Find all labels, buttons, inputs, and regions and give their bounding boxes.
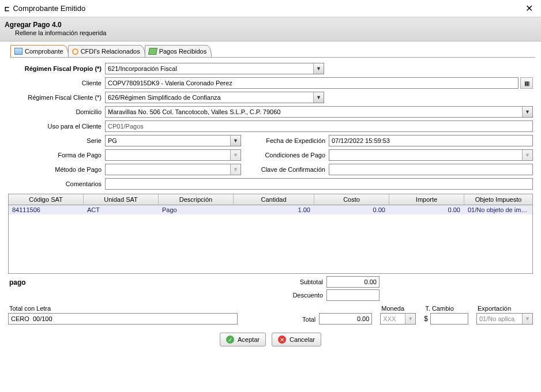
cell-costo: 0.00 [314,205,389,214]
label-domicilio: Domicilio [8,108,105,115]
label-regimen-propio: Régimen Fiscal Propio (*) [8,65,105,72]
regimen-cliente-select[interactable] [105,92,324,103]
uso-cliente-input [105,120,533,132]
descuento-input [326,289,380,301]
title-bar: ⊏ Comprobante Emitido ✕ [0,0,541,17]
label-cond-pago: Condiciones de Pago [253,152,329,159]
cliente-input[interactable] [105,77,519,89]
chevron-down-icon: ▼ [405,314,415,324]
label-total-letra: Total con Letra [8,305,268,312]
total-letra-input[interactable] [8,313,238,325]
tab-label: Comprobante [25,48,63,55]
label-serie: Serie [8,137,105,144]
label-uso-cliente: Uso para el Cliente [8,123,105,130]
metodo-pago-select [105,164,241,175]
chevron-down-icon: ▼ [522,150,532,160]
tab-comprobante[interactable]: Comprobante [10,45,69,57]
subtotal-input[interactable] [326,276,380,288]
cancel-icon: ✕ [278,336,286,344]
tab-strip: Comprobante CFDI's Relacionados Pagos Re… [0,42,541,57]
label-metodo-pago: Método de Pago [8,166,105,173]
col-costo[interactable]: Costo [314,194,389,205]
label-subtotal: Subtotal [280,278,326,285]
label-forma-pago: Forma de Pago [8,152,105,159]
tab-cfdi-relacionados[interactable]: CFDI's Relacionados [68,45,145,57]
label-tcambio: T. Cambio [424,305,468,312]
button-bar: ✓ Aceptar ✕ Cancelar [0,328,541,352]
grid-header: Código SAT Unidad SAT Descripción Cantid… [9,194,532,205]
col-descripcion[interactable]: Descripción [159,194,234,205]
total-input[interactable] [319,313,372,325]
cell-importe: 0.00 [389,205,464,214]
grid-body[interactable]: 84111506 ACT Pago 1.00 0.00 0.00 01/No o… [9,205,532,273]
pago-label: pago [8,276,280,288]
currency-prefix: $ [424,315,428,323]
col-importe[interactable]: Importe [389,194,464,205]
comentarios-input[interactable] [105,178,533,190]
chevron-down-icon: ▼ [230,164,241,175]
tcambio-input [430,313,468,325]
chevron-down-icon[interactable]: ▼ [230,135,241,146]
document-icon [14,48,22,55]
page-title: Agregar Pago 4.0 [5,21,536,29]
clave-confirmacion-input[interactable] [329,164,533,175]
col-unidad-sat[interactable]: Unidad SAT [84,194,159,205]
check-icon: ✓ [226,336,234,344]
regimen-propio-select[interactable] [105,63,324,74]
cell-unidad: ACT [84,205,159,214]
tab-pagos-recibidos[interactable]: Pagos Recibidos [145,45,212,57]
form-area: Régimen Fiscal Propio (*) ▼ Cliente ▦ Ré… [0,58,541,328]
label-regimen-cliente: Régimen Fiscal Cliente (*) [8,94,105,101]
window-title: Comprobante Emitido [13,4,522,13]
accept-label: Aceptar [238,336,260,343]
col-cantidad[interactable]: Cantidad [234,194,314,205]
label-descuento: Descuento [280,292,326,299]
close-icon[interactable]: ✕ [522,3,536,14]
fecha-expedicion-input[interactable] [329,135,533,146]
lookup-cliente-button[interactable]: ▦ [520,77,533,89]
line-items-grid: Código SAT Unidad SAT Descripción Cantid… [8,194,533,274]
chevron-down-icon[interactable]: ▼ [313,63,324,74]
chevron-down-icon[interactable]: ▼ [313,92,324,103]
app-icon: ⊏ [5,4,9,13]
page-subtitle: Rellene la información requerida [5,29,536,36]
chevron-down-icon: ▼ [230,150,241,160]
cell-objeto: 01/No objeto de imp… [464,205,532,214]
cancel-label: Cancelar [290,336,315,343]
label-clave-conf: Clave de Confirmación [253,166,329,173]
accept-button[interactable]: ✓ Aceptar [220,333,266,346]
building-icon: ▦ [524,80,529,86]
col-codigo-sat[interactable]: Código SAT [9,194,84,205]
chevron-down-icon[interactable]: ▼ [522,107,532,117]
label-comentarios: Comentarios [8,180,105,187]
label-exportacion: Exportación [476,305,533,312]
col-objeto-impuesto[interactable]: Objeto Impuesto [464,194,532,205]
cell-cantidad: 1.00 [234,205,314,214]
cell-descripcion: Pago [159,205,234,214]
tab-label: Pagos Recibidos [159,48,207,55]
link-icon [72,48,78,55]
cell-codigo: 84111506 [9,205,84,214]
table-row[interactable]: 84111506 ACT Pago 1.00 0.00 0.00 01/No o… [9,205,532,214]
domicilio-select[interactable] [105,106,533,118]
cond-pago-select [329,149,533,161]
cancel-button[interactable]: ✕ Cancelar [272,333,321,346]
money-icon [148,48,157,55]
chevron-down-icon: ▼ [522,314,532,324]
forma-pago-select [105,149,241,161]
label-fecha-exp: Fecha de Expedición [253,137,329,144]
label-total: Total [276,316,315,325]
label-moneda: Moneda [380,305,416,312]
header-band: Agregar Pago 4.0 Rellene la información … [0,17,541,42]
serie-select[interactable] [105,135,241,146]
tab-label: CFDI's Relacionados [81,48,140,55]
label-cliente: Cliente [8,80,105,86]
